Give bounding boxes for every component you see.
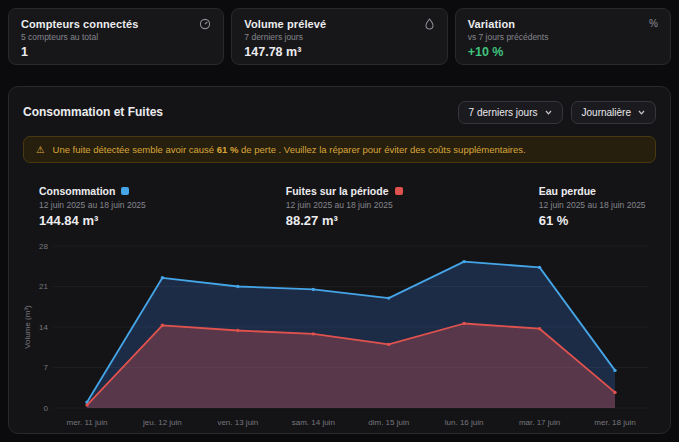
legend-square-blue (121, 187, 129, 195)
leak-alert-text: Une fuite détectée semble avoir causé 61… (53, 144, 526, 155)
droplet-icon (424, 18, 435, 30)
card-variation: Variation % vs 7 jours précédents +10 % (455, 8, 671, 65)
card-value: 147.78 m³ (244, 45, 434, 59)
chevron-down-icon (545, 110, 552, 115)
stat-consommation: Consommation 12 juin 2025 au 18 juin 202… (39, 185, 286, 228)
card-subtitle: vs 7 jours précédents (468, 32, 658, 42)
card-subtitle: 7 derniers jours (244, 32, 434, 42)
card-value: 1 (21, 45, 211, 59)
stat-label: Fuites sur la période (286, 185, 539, 197)
chart-stats-row: Consommation 12 juin 2025 au 18 juin 202… (23, 185, 656, 228)
warning-icon: ⚠ (36, 144, 45, 155)
leak-alert: ⚠ Une fuite détectée semble avoir causé … (23, 136, 656, 163)
card-subtitle: 5 compteurs au total (21, 32, 211, 42)
alert-highlight: 61 % (217, 144, 239, 155)
consumption-panel: Consommation et Fuites 7 derniers jours … (8, 86, 671, 434)
alert-prefix: Une fuite détectée semble avoir causé (53, 144, 215, 155)
card-title: Variation (468, 18, 658, 30)
svg-text:0: 0 (44, 404, 49, 413)
svg-text:7: 7 (44, 363, 49, 372)
svg-text:28: 28 (39, 242, 48, 251)
svg-text:jeu. 12 juin: jeu. 12 juin (142, 418, 182, 427)
stat-value-number: 88.27 (286, 213, 319, 228)
svg-text:dim. 15 juin: dim. 15 juin (368, 418, 409, 427)
stat-period: 12 juin 2025 au 18 juin 2025 (39, 200, 286, 210)
stat-period: 12 juin 2025 au 18 juin 2025 (539, 200, 656, 210)
stat-eau-perdue: Eau perdue 12 juin 2025 au 18 juin 2025 … (539, 185, 656, 228)
svg-text:14: 14 (39, 323, 48, 332)
card-value-number: 147.78 (244, 45, 282, 59)
svg-text:Volume (m³): Volume (m³) (23, 305, 32, 349)
card-value-unit: m³ (286, 45, 301, 59)
svg-text:lun. 16 juin: lun. 16 juin (445, 418, 484, 427)
panel-header: Consommation et Fuites 7 derniers jours … (23, 100, 656, 124)
alert-suffix: de perte . Veuillez la réparer pour évit… (241, 144, 526, 155)
card-connected-meters: Compteurs connectés 5 compteurs au total… (8, 8, 224, 65)
card-title: Compteurs connectés (21, 18, 211, 30)
stat-label: Eau perdue (539, 185, 656, 197)
stat-value-unit: m³ (82, 213, 98, 228)
consumption-chart[interactable]: 07142128mer. 11 juinjeu. 12 juinven. 13 … (23, 238, 656, 438)
stat-label-text: Eau perdue (539, 185, 596, 197)
stat-value-unit: m³ (322, 213, 338, 228)
stat-label-text: Fuites sur la période (286, 185, 389, 197)
chevron-down-icon (638, 110, 645, 115)
stat-period: 12 juin 2025 au 18 juin 2025 (286, 200, 539, 210)
svg-text:mer. 11 juin: mer. 11 juin (67, 418, 108, 427)
stat-label-text: Consommation (39, 185, 115, 197)
legend-square-red (395, 187, 403, 195)
stat-value: 88.27 m³ (286, 213, 539, 228)
panel-filters: 7 derniers jours Journalière (458, 101, 656, 124)
gauge-icon (199, 18, 211, 30)
stat-label: Consommation (39, 185, 286, 197)
panel-title: Consommation et Fuites (23, 105, 163, 119)
stat-cards-row: Compteurs connectés 5 compteurs au total… (8, 8, 671, 65)
stat-value: 61 % (539, 213, 656, 228)
svg-text:sam. 14 juin: sam. 14 juin (292, 418, 335, 427)
card-volume: Volume prélevé 7 derniers jours 147.78 m… (231, 8, 447, 65)
svg-text:mer. 18 juin: mer. 18 juin (594, 418, 635, 427)
period-dropdown-label: 7 derniers jours (469, 107, 538, 118)
card-title: Volume prélevé (244, 18, 434, 30)
granularity-dropdown[interactable]: Journalière (571, 101, 656, 124)
card-value: +10 % (468, 45, 658, 59)
period-dropdown[interactable]: 7 derniers jours (458, 101, 563, 124)
svg-text:ven. 13 juin: ven. 13 juin (217, 418, 258, 427)
granularity-dropdown-label: Journalière (582, 107, 631, 118)
stat-value: 144.84 m³ (39, 213, 286, 228)
svg-text:21: 21 (39, 282, 48, 291)
stat-fuites: Fuites sur la période 12 juin 2025 au 18… (286, 185, 539, 228)
percent-icon: % (649, 18, 658, 30)
dashboard: Compteurs connectés 5 compteurs au total… (8, 8, 671, 434)
svg-text:mar. 17 juin: mar. 17 juin (519, 418, 560, 427)
stat-value-number: 144.84 (39, 213, 79, 228)
